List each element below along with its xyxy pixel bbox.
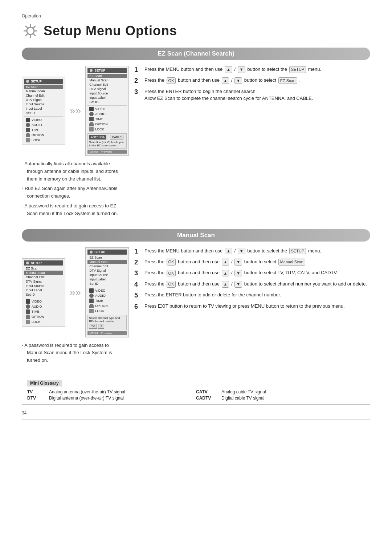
svg-point-10 [90,69,93,72]
ms-up-btn-1: ▲ [225,248,232,255]
previous-label-ezscan: Previous [101,150,112,153]
manual-scan-menu-right: SETUP EZ Scan Manual Scan Channel Edit D… [85,247,129,337]
up-btn-1: ▲ [225,66,232,73]
menu-label-ezscan: MENU [89,150,98,153]
ms-setup-label-1: SETUP [289,248,306,255]
menu-icon-option-left: OPTION [24,133,63,138]
ms-icon-video-left: VIDEO [24,299,63,304]
ms-channel-buttons: TV 2 [89,324,125,329]
glossary-abbr-cadtv: CADTV [196,396,218,401]
ez-scan-content-row: SETUP EZ Scan Manual Scan Channel Edit D… [22,66,370,220]
bottom-bar-manualscan: MENU Previous [87,331,127,335]
ms-down-btn-3: ▼ [234,270,242,277]
antenna-btn: ANTENNA [89,135,106,139]
ms-icon-lock-left: LOCK [24,319,63,324]
menu-icon-lock-left: LOCK [24,138,63,143]
ms-icon-time-left: TIME [24,309,63,314]
step-6-ms: 6 Press EXIT button to return to TV view… [134,303,370,311]
ms-down-btn-2: ▼ [234,259,242,266]
step-4-ms: 4 Press the OK button and then use ▲ / ▼… [134,280,370,289]
step-num-1: 1 [134,66,142,74]
ms-ok-btn-2: OK [167,259,176,266]
ms-item-channeledit-left: Channel Edit [24,275,63,279]
ms-item-dtvsignal-left: DTV Signal [24,279,63,284]
step-2-ms: 2 Press the OK button and then use ▲ / ▼… [134,258,370,267]
setup-icon [22,22,39,40]
step-1-ms: 1 Press the MENU button and then use ▲ /… [134,247,370,256]
bullet-2: - Run EZ Scan again after any Antenna/Ca… [22,185,123,200]
ms-item-setid-right: Set ID [87,281,127,286]
bullet-3: - A password is required to gain access … [22,202,123,218]
up-btn-2: ▲ [222,77,229,84]
ms-item-inputlabel-left: Input Label [24,288,63,292]
glossary-desc-catv: Analog cable TV signal [221,389,365,394]
menu-item-dtvsignal-left: DTV Signal [24,98,63,102]
menu-label-ms: MENU [89,332,98,335]
ms-item-ezscan-right: EZ Scan [87,255,127,260]
svg-line-5 [25,26,28,28]
menu-item-dtvsignal-right: DTV Signal [87,87,127,91]
ms-step-num-6: 6 [134,303,142,311]
step-1-ezscan: 1 Press the MENU button and then use ▲ /… [134,66,370,74]
menu-icon-audio-left: AUDIO [24,122,63,127]
down-btn-1: ▼ [238,66,245,73]
menu-item-manualscan-left: Manual Scan [24,89,63,93]
ms-ok-btn-4: OK [167,281,176,288]
manual-scan-menu-left: SETUP EZ Scan Manual Scan Channel Edit D… [22,258,65,327]
glossary-desc-dtv: Digital antenna (over-the-air) TV signal [49,396,192,401]
setup-icon-ms-l [26,261,29,265]
manual-menu-top-bar-left: SETUP [24,260,63,266]
manual-scan-section: Manual Scan SETUP EZ Scan Manual Scan Ch… [22,229,370,367]
ez-scan-steps: 1 Press the MENU button and then use ▲ /… [134,66,370,220]
glossary-grid: TV Analog antenna (over-the-air) TV sign… [27,389,365,401]
breadcrumb: Operation [22,13,370,19]
setup-small-icon-r [89,69,93,72]
page-title-row: Setup Menu Options [22,22,370,40]
ms-bullet-1: - A password is required to gain access … [22,342,123,364]
ms-item-inputsource-left: Input Source [24,284,63,288]
step-3-ms: 3 Press the OK button and then use ▲ / ▼… [134,269,370,278]
step-3-ezscan: 3 Press the ENTER button to begin the ch… [134,88,370,102]
bottom-bar-ezscan: MENU Previous [87,150,127,154]
page-container: Operation Setup Menu Options EZ Scan (Ch… [0,0,392,434]
manual-scan-content-row: SETUP EZ Scan Manual Scan Channel Edit D… [22,247,370,367]
channel-num-btn: 2 [98,324,104,329]
ms-step-num-3: 3 [134,269,142,278]
ms-icon-option-right: OPTION [87,303,127,308]
glossary-abbr-catv: CATV [196,389,218,394]
menu-icon-lock-right: LOCK [87,127,127,132]
glossary-abbr-tv: TV [27,389,45,394]
svg-line-7 [33,26,36,28]
svg-point-11 [26,262,29,264]
ms-step-text-1: Press the MENU button and then use ▲ / ▼… [144,247,370,255]
ms-step-text-6: Press EXIT button to return to TV viewin… [144,303,370,310]
step-5-ms: 5 Press the ENTER button to add or delet… [134,291,370,300]
ms-ok-btn-3: OK [167,270,176,277]
ms-step-text-5: Press the ENTER button to add or delete … [144,291,370,299]
ms-down-btn-4: ▼ [234,281,242,288]
menu-icon-time-right: TIME [87,117,127,122]
menu-icon-video-left: VIDEO [24,117,63,122]
svg-line-6 [33,33,36,36]
ms-step-num-2: 2 [134,258,142,267]
menu-item-ezscan-left: EZ Scan [24,85,63,89]
ms-down-btn-1: ▼ [238,248,245,255]
bottom-rule [22,419,370,420]
ez-scan-left: SETUP EZ Scan Manual Scan Channel Edit D… [22,66,123,220]
ms-step-text-3: Press the OK button and then use ▲ / ▼ b… [144,269,370,276]
ez-scan-menu-right: SETUP EZ Scan Manual Scan Channel Edit D… [85,66,129,156]
previous-label-ms: Previous [101,332,112,335]
ms-step-text-2: Press the OK button and then use ▲ / ▼ b… [144,258,370,266]
step-num-2: 2 [134,77,142,85]
page-number: 34 [22,410,370,416]
manual-scan-steps: 1 Press the MENU button and then use ▲ /… [134,247,370,367]
ez-scan-info-panel: ANTENNA ~ CABLE Selection ( or ⊙) leads … [87,133,127,149]
ez-scan-screenshots: SETUP EZ Scan Manual Scan Channel Edit D… [22,66,123,156]
svg-point-9 [26,80,29,83]
glossary-desc-tv: Analog antenna (over-the-air) TV signal [49,389,192,394]
menu-top-bar-right: SETUP [87,68,127,73]
svg-point-12 [90,251,93,254]
ms-step-text-4: Press the OK button and then use ▲ / ▼ b… [144,280,370,288]
glossary-desc-cadtv: Digital cable TV signal [221,396,365,401]
menu-icon-time-left: TIME [24,127,63,133]
